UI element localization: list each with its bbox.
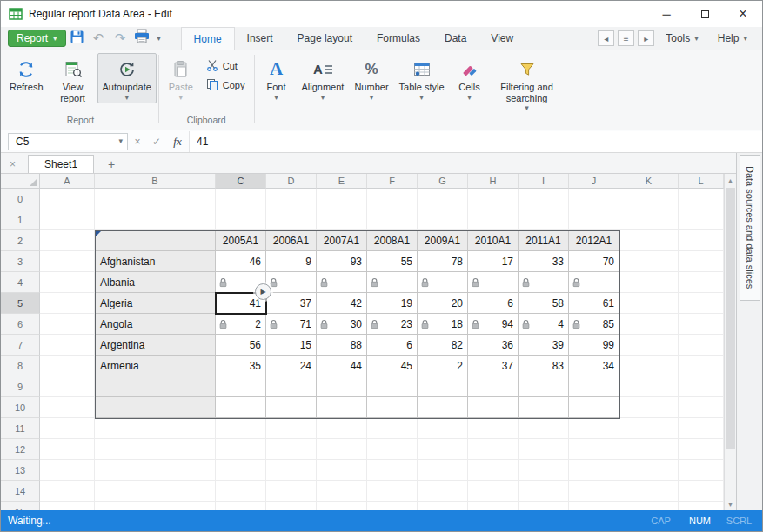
cell-I8[interactable]: 83 bbox=[519, 356, 569, 376]
cell-A5[interactable] bbox=[40, 293, 95, 314]
cell-E11[interactable] bbox=[317, 418, 367, 439]
cell-K8[interactable] bbox=[619, 356, 679, 376]
cell-J8[interactable]: 34 bbox=[569, 356, 619, 376]
cell-G8[interactable]: 2 bbox=[418, 356, 468, 376]
cell-E12[interactable] bbox=[317, 439, 367, 460]
redo-button[interactable]: ↷ bbox=[110, 29, 131, 48]
cell-J2[interactable]: 2012A1 bbox=[569, 230, 619, 251]
cell-H7[interactable]: 36 bbox=[468, 335, 519, 356]
column-header-c[interactable]: C bbox=[216, 174, 266, 189]
cell-H1[interactable] bbox=[468, 209, 519, 230]
column-header-h[interactable]: H bbox=[468, 174, 519, 189]
cell-F0[interactable] bbox=[367, 189, 418, 209]
column-header-a[interactable]: A bbox=[40, 174, 95, 189]
cell-A15[interactable] bbox=[40, 502, 95, 510]
cell-E10[interactable] bbox=[317, 397, 367, 418]
cell-K3[interactable] bbox=[619, 251, 679, 272]
save-button[interactable] bbox=[66, 29, 88, 48]
cell-A6[interactable] bbox=[40, 314, 95, 335]
cell-A7[interactable] bbox=[40, 335, 95, 356]
cell-B13[interactable] bbox=[95, 460, 216, 481]
cell-F10[interactable] bbox=[367, 397, 418, 418]
cell-C13[interactable] bbox=[216, 460, 266, 481]
table-style-button[interactable]: Table style ▾ bbox=[394, 53, 450, 103]
cell-F3[interactable]: 55 bbox=[367, 251, 418, 272]
cell-B4[interactable]: Albania bbox=[95, 272, 216, 293]
row-header-5[interactable]: 5 bbox=[1, 293, 40, 314]
cell-K7[interactable] bbox=[619, 335, 679, 356]
cell-I14[interactable] bbox=[519, 481, 569, 502]
cell-K12[interactable] bbox=[619, 439, 679, 460]
cell-C9[interactable] bbox=[216, 376, 266, 397]
column-header-k[interactable]: K bbox=[619, 174, 679, 189]
cell-J12[interactable] bbox=[569, 439, 619, 460]
cell-F14[interactable] bbox=[367, 481, 418, 502]
cell-A14[interactable] bbox=[40, 481, 95, 502]
cell-A4[interactable] bbox=[40, 272, 95, 293]
cell-D13[interactable] bbox=[266, 460, 317, 481]
cell-A3[interactable] bbox=[40, 251, 95, 272]
row-header-7[interactable]: 7 bbox=[1, 335, 40, 356]
cell-I3[interactable]: 33 bbox=[519, 251, 569, 272]
cell-C1[interactable] bbox=[216, 209, 266, 230]
cell-C2[interactable]: 2005A1 bbox=[216, 230, 266, 251]
cell-G10[interactable] bbox=[418, 397, 468, 418]
cell-C3[interactable]: 46 bbox=[216, 251, 266, 272]
cell-J6[interactable]: 85 bbox=[569, 314, 619, 335]
cell-K9[interactable] bbox=[619, 376, 679, 397]
font-button[interactable]: A Font ▾ bbox=[257, 53, 297, 103]
cell-B2[interactable] bbox=[95, 230, 216, 251]
cell-B8[interactable]: Armenia bbox=[95, 356, 216, 376]
scroll-up-button[interactable]: ▲ bbox=[725, 174, 737, 186]
number-button[interactable]: % Number ▾ bbox=[349, 53, 393, 103]
cell-L0[interactable] bbox=[679, 189, 724, 209]
cells-button[interactable]: Cells ▾ bbox=[450, 53, 490, 103]
cell-L14[interactable] bbox=[679, 481, 724, 502]
print-button[interactable] bbox=[131, 29, 153, 48]
cell-E6[interactable]: 30 bbox=[317, 314, 367, 335]
cell-D12[interactable] bbox=[266, 439, 317, 460]
sheet-tab-sheet1[interactable]: Sheet1 bbox=[28, 155, 94, 173]
row-header-0[interactable]: 0 bbox=[1, 189, 40, 209]
ribbon-next-button[interactable]: ▸ bbox=[638, 30, 654, 46]
cell-L8[interactable] bbox=[679, 356, 724, 376]
scrollbar-thumb[interactable] bbox=[726, 188, 735, 449]
cell-B1[interactable] bbox=[95, 209, 216, 230]
cell-I5[interactable]: 58 bbox=[519, 293, 569, 314]
row-header-15[interactable]: 15 bbox=[1, 502, 40, 510]
cell-L5[interactable] bbox=[679, 293, 724, 314]
cell-F11[interactable] bbox=[367, 418, 418, 439]
cell-J0[interactable] bbox=[569, 189, 619, 209]
cell-G11[interactable] bbox=[418, 418, 468, 439]
tab-page-layout[interactable]: Page layout bbox=[285, 27, 365, 50]
refresh-button[interactable]: Refresh bbox=[4, 53, 49, 95]
cell-E7[interactable]: 88 bbox=[317, 335, 367, 356]
column-header-e[interactable]: E bbox=[317, 174, 367, 189]
cell-I6[interactable]: 4 bbox=[519, 314, 569, 335]
cell-L12[interactable] bbox=[679, 439, 724, 460]
row-header-10[interactable]: 10 bbox=[1, 397, 40, 418]
cell-G4[interactable] bbox=[418, 272, 468, 293]
cell-J9[interactable] bbox=[569, 376, 619, 397]
cell-I12[interactable] bbox=[519, 439, 569, 460]
column-header-g[interactable]: G bbox=[418, 174, 468, 189]
row-header-8[interactable]: 8 bbox=[1, 356, 40, 376]
ribbon-prev-button[interactable]: ◂ bbox=[598, 30, 614, 46]
cell-I15[interactable] bbox=[519, 502, 569, 510]
cell-C14[interactable] bbox=[216, 481, 266, 502]
cell-D14[interactable] bbox=[266, 481, 317, 502]
cell-J11[interactable] bbox=[569, 418, 619, 439]
row-header-13[interactable]: 13 bbox=[1, 460, 40, 481]
row-header-11[interactable]: 11 bbox=[1, 418, 40, 439]
cell-E4[interactable] bbox=[317, 272, 367, 293]
cell-L1[interactable] bbox=[679, 209, 724, 230]
cell-E9[interactable] bbox=[317, 376, 367, 397]
add-sheet-button[interactable]: + bbox=[108, 158, 115, 170]
cell-H12[interactable] bbox=[468, 439, 519, 460]
cell-H13[interactable] bbox=[468, 460, 519, 481]
filtering-button[interactable]: Filtering and searching ▾ bbox=[490, 53, 565, 114]
cell-L7[interactable] bbox=[679, 335, 724, 356]
close-button[interactable]: × bbox=[724, 1, 762, 27]
cell-D8[interactable]: 24 bbox=[266, 356, 317, 376]
cell-B5[interactable]: Algeria bbox=[95, 293, 216, 314]
